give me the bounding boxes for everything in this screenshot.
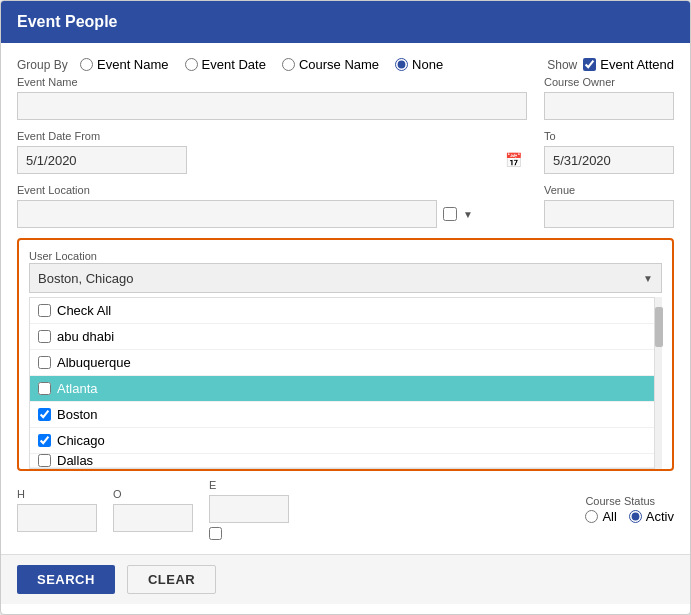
- date-from-wrapper: 📅: [17, 146, 528, 174]
- radio-event-name[interactable]: Event Name: [80, 57, 169, 72]
- e-checkbox-label[interactable]: [209, 527, 289, 540]
- event-location-checkbox[interactable]: [443, 207, 457, 221]
- user-location-list-wrapper: Check All abu dhabi Albuquerque: [29, 297, 662, 469]
- radio-none-label: None: [412, 57, 443, 72]
- radio-none-input[interactable]: [395, 58, 408, 71]
- search-button[interactable]: SEARCH: [17, 565, 115, 594]
- scrollbar-track: [654, 297, 662, 469]
- checkbox-boston[interactable]: [38, 408, 51, 421]
- user-location-value: Boston, Chicago: [38, 271, 133, 286]
- location-row: Event Location ▼ Venue: [17, 184, 674, 228]
- date-to-label: To: [544, 130, 674, 142]
- user-location-section: User Location Boston, Chicago ▼ Check Al…: [17, 238, 674, 471]
- course-owner-input[interactable]: [544, 92, 674, 120]
- show-label: Show: [547, 58, 577, 72]
- course-status-active[interactable]: Activ: [629, 509, 674, 524]
- h-field: H: [17, 488, 97, 532]
- show-event-attend[interactable]: Event Attend: [583, 57, 674, 72]
- list-item-dallas[interactable]: Dallas: [30, 454, 661, 468]
- radio-event-date-input[interactable]: [185, 58, 198, 71]
- checkbox-albuquerque[interactable]: [38, 356, 51, 369]
- user-location-arrow: ▼: [643, 273, 653, 284]
- group-by-radio-group: Event Name Event Date Course Name None: [80, 57, 547, 72]
- course-owner-label: Course Owner: [544, 76, 674, 88]
- event-location-input[interactable]: [17, 200, 437, 228]
- list-item-abu-dhabi[interactable]: abu dhabi: [30, 324, 661, 350]
- radio-course-name-label: Course Name: [299, 57, 379, 72]
- bottom-row: H O E Course Status All: [17, 479, 674, 540]
- e-checkbox[interactable]: [209, 527, 222, 540]
- title-bar: Event People: [1, 1, 690, 43]
- radio-course-name[interactable]: Course Name: [282, 57, 379, 72]
- bottom-buttons: SEARCH CLEAR: [1, 554, 690, 604]
- venue-input[interactable]: [544, 200, 674, 228]
- list-item-check-all[interactable]: Check All: [30, 298, 661, 324]
- user-location-list[interactable]: Check All abu dhabi Albuquerque: [29, 297, 662, 469]
- venue-wrapper: [544, 200, 674, 228]
- e-input[interactable]: [209, 495, 289, 523]
- user-location-dropdown[interactable]: Boston, Chicago ▼: [29, 263, 662, 293]
- course-status-label: Course Status: [585, 495, 674, 507]
- list-item-abu-dhabi-label: abu dhabi: [57, 329, 114, 344]
- event-name-input[interactable]: [17, 92, 527, 120]
- event-date-from-label: Event Date From: [17, 130, 528, 142]
- course-status-all-label: All: [602, 509, 616, 524]
- o-input[interactable]: [113, 504, 193, 532]
- scrollbar-thumb[interactable]: [655, 307, 663, 347]
- course-status-group: Course Status All Activ: [585, 495, 674, 524]
- h-input[interactable]: [17, 504, 97, 532]
- list-item-boston[interactable]: Boston: [30, 402, 661, 428]
- checkbox-check-all[interactable]: [38, 304, 51, 317]
- e-field: E: [209, 479, 289, 540]
- course-status-radios: All Activ: [585, 509, 674, 524]
- course-status-all[interactable]: All: [585, 509, 616, 524]
- show-event-attend-label: Event Attend: [600, 57, 674, 72]
- list-item-albuquerque[interactable]: Albuquerque: [30, 350, 661, 376]
- checkbox-abu-dhabi[interactable]: [38, 330, 51, 343]
- list-item-albuquerque-label: Albuquerque: [57, 355, 131, 370]
- radio-event-name-input[interactable]: [80, 58, 93, 71]
- show-event-attend-checkbox[interactable]: [583, 58, 596, 71]
- checkbox-atlanta[interactable]: [38, 382, 51, 395]
- list-item-check-all-label: Check All: [57, 303, 111, 318]
- radio-event-date-label: Event Date: [202, 57, 266, 72]
- venue-label: Venue: [544, 184, 674, 196]
- radio-none[interactable]: None: [395, 57, 443, 72]
- event-name-label: Event Name: [17, 76, 528, 88]
- course-status-active-radio[interactable]: [629, 510, 642, 523]
- event-name-row: Event Name Course Owner: [17, 76, 674, 120]
- event-location-label: Event Location: [17, 184, 528, 196]
- date-from-input[interactable]: [17, 146, 187, 174]
- radio-course-name-input[interactable]: [282, 58, 295, 71]
- e-label: E: [209, 479, 289, 491]
- checkbox-chicago[interactable]: [38, 434, 51, 447]
- list-item-chicago-label: Chicago: [57, 433, 105, 448]
- radio-event-date[interactable]: Event Date: [185, 57, 266, 72]
- h-label: H: [17, 488, 97, 500]
- show-section: Show Event Attend: [547, 57, 674, 72]
- clear-button[interactable]: CLEAR: [127, 565, 216, 594]
- date-row: Event Date From 📅 To: [17, 130, 674, 174]
- list-item-atlanta[interactable]: Atlanta: [30, 376, 661, 402]
- course-status-all-radio[interactable]: [585, 510, 598, 523]
- list-item-boston-label: Boston: [57, 407, 97, 422]
- checkbox-dallas[interactable]: [38, 454, 51, 467]
- list-item-dallas-label: Dallas: [57, 454, 93, 468]
- window-title: Event People: [17, 13, 117, 30]
- calendar-icon[interactable]: 📅: [505, 152, 522, 168]
- user-location-label: User Location: [29, 250, 97, 262]
- dropdown-arrow-event-location[interactable]: ▼: [463, 209, 473, 220]
- course-status-active-label: Activ: [646, 509, 674, 524]
- radio-event-name-label: Event Name: [97, 57, 169, 72]
- list-item-chicago[interactable]: Chicago: [30, 428, 661, 454]
- group-by-label: Group By: [17, 58, 72, 72]
- list-item-atlanta-label: Atlanta: [57, 381, 97, 396]
- o-field: O: [113, 488, 193, 532]
- o-label: O: [113, 488, 193, 500]
- date-to-input[interactable]: [544, 146, 674, 174]
